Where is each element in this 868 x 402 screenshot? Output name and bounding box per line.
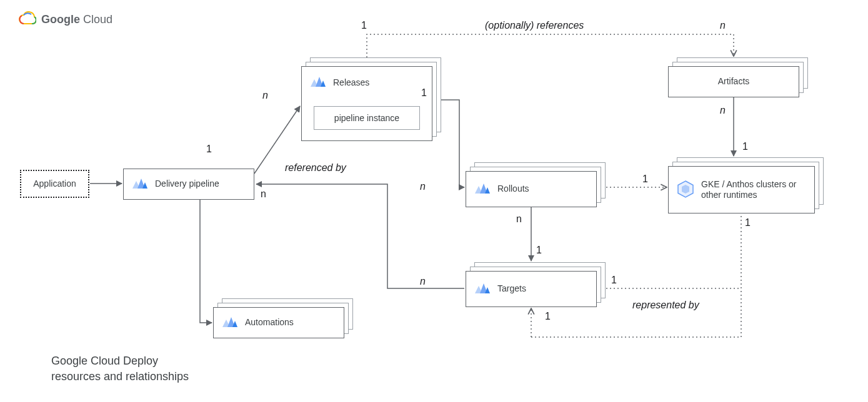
label-represented-by: represented by <box>632 300 699 311</box>
card-1-rollouts-targets: 1 <box>536 245 542 256</box>
card-n-pipeline-targets: n <box>420 276 426 287</box>
card-n-referenced-by: n <box>261 189 266 200</box>
card-1-releases-top: 1 <box>361 20 367 31</box>
node-delivery-pipeline: Delivery pipeline <box>123 169 254 200</box>
card-n-releases-rollouts: n <box>420 181 426 192</box>
node-releases: Releases <box>301 66 432 141</box>
node-pipeline-instance: pipeline instance <box>314 106 420 130</box>
card-n-pipeline-releases: n <box>262 90 268 101</box>
cloud-deploy-icon <box>221 315 239 331</box>
node-application: Application <box>20 170 89 198</box>
node-rollouts-label: Rollouts <box>497 184 529 195</box>
label-referenced-by: referenced by <box>285 162 346 174</box>
node-delivery-pipeline-label: Delivery pipeline <box>155 179 219 190</box>
brand-google-cloud: Google Cloud <box>19 11 112 28</box>
svg-marker-1 <box>682 185 689 194</box>
node-releases-label: Releases <box>333 77 369 89</box>
card-1-gke-left: 1 <box>642 174 648 185</box>
node-artifacts-label: Artifacts <box>718 76 750 87</box>
node-rollouts: Rollouts <box>466 171 597 207</box>
label-optionally-references: (optionally) references <box>485 20 584 31</box>
cloud-deploy-icon <box>309 74 327 91</box>
cloud-deploy-icon <box>474 281 491 298</box>
google-cloud-icon <box>19 11 36 28</box>
cloud-deploy-icon <box>474 181 491 198</box>
node-automations: Automations <box>213 307 344 338</box>
brand-text: Google Cloud <box>41 13 112 26</box>
card-1-gke-bottom: 1 <box>745 217 751 228</box>
node-gke-anthos-label: GKE / Anthos clusters or other runtimes <box>701 179 807 201</box>
gke-icon <box>676 180 695 200</box>
node-gke-anthos: GKE / Anthos clusters or other runtimes <box>668 166 815 213</box>
node-artifacts: Artifacts <box>668 66 799 97</box>
card-1-pipeline: 1 <box>206 144 212 155</box>
card-1-targets-below: 1 <box>545 311 551 322</box>
node-pipeline-instance-label: pipeline instance <box>334 113 399 123</box>
card-n-artifacts-bottom: n <box>720 105 726 116</box>
node-targets-label: Targets <box>497 283 526 295</box>
caption-line1: Google Cloud Deploy <box>51 353 189 369</box>
diagram-canvas: Google Cloud Application Delivery pipeli… <box>0 0 868 402</box>
card-1-targets-right: 1 <box>611 275 617 286</box>
node-automations-label: Automations <box>245 317 294 328</box>
caption-line2: resources and relationships <box>51 369 189 385</box>
card-n-artifacts-top: n <box>720 20 726 31</box>
card-1-releases-right: 1 <box>421 87 427 99</box>
cloud-deploy-icon <box>131 176 149 193</box>
card-n-rollouts: n <box>516 213 522 225</box>
node-targets: Targets <box>466 271 597 307</box>
diagram-caption: Google Cloud Deploy resources and relati… <box>51 353 189 385</box>
card-1-gke-top: 1 <box>742 141 748 152</box>
node-application-label: Application <box>33 179 76 190</box>
